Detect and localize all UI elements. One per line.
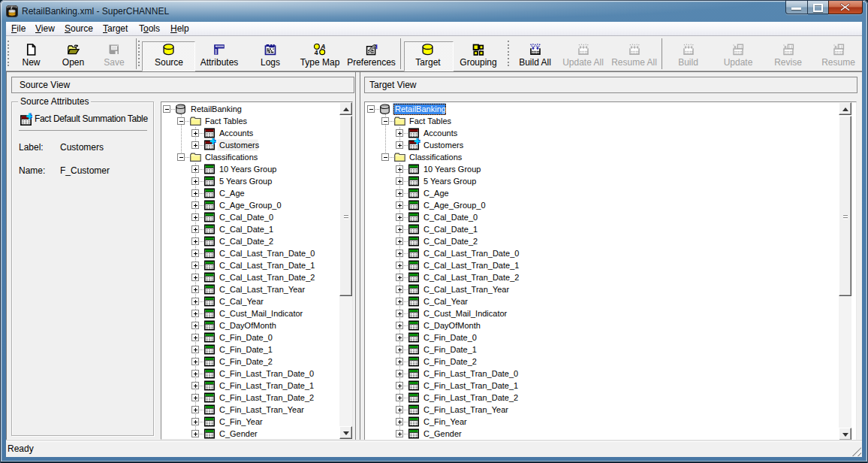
svg-text:Customers: Customers (423, 141, 464, 150)
svg-text:C_Cal_Date_0: C_Cal_Date_0 (423, 213, 478, 222)
svg-text:Accounts: Accounts (423, 129, 458, 138)
svg-text:C_Cal_Last_Tran_Date_0: C_Cal_Last_Tran_Date_0 (423, 249, 519, 258)
svg-text:C_Cal_Last_Tran_Date_1: C_Cal_Last_Tran_Date_1 (423, 261, 519, 270)
svg-text:C_Age_Group_0: C_Age_Group_0 (219, 201, 282, 210)
svg-text:Classifications: Classifications (205, 153, 258, 162)
svg-text:10 Years Group: 10 Years Group (423, 165, 481, 174)
svg-text:C_Fin_Last_Tran_Date_1: C_Fin_Last_Tran_Date_1 (423, 381, 518, 390)
svg-text:C_Cal_Date_2: C_Cal_Date_2 (219, 237, 273, 246)
svg-text:C_Age: C_Age (423, 189, 449, 198)
svg-text:C_Cal_Last_Tran_Date_2: C_Cal_Last_Tran_Date_2 (219, 273, 315, 282)
svg-text:C_Cust_Mail_Indicator: C_Cust_Mail_Indicator (423, 309, 508, 318)
svg-text:C_Fin_Last_Tran_Date_1: C_Fin_Last_Tran_Date_1 (219, 381, 314, 390)
svg-text:C_Fin_Last_Tran_Year: C_Fin_Last_Tran_Year (423, 405, 508, 414)
svg-text:C_Fin_Date_0: C_Fin_Date_0 (423, 333, 477, 342)
svg-text:RetailBanking: RetailBanking (395, 104, 446, 113)
svg-text:C_Cal_Last_Tran_Date_0: C_Cal_Last_Tran_Date_0 (219, 249, 315, 258)
svg-text:Fact Tables: Fact Tables (409, 117, 452, 126)
svg-text:C_Fin_Date_2: C_Fin_Date_2 (423, 357, 477, 366)
svg-text:C_Cal_Last_Tran_Year: C_Cal_Last_Tran_Year (219, 285, 305, 294)
svg-text:C_Fin_Last_Tran_Date_0: C_Fin_Last_Tran_Date_0 (219, 369, 314, 378)
svg-text:C_Cal_Last_Tran_Date_2: C_Cal_Last_Tran_Date_2 (423, 273, 519, 282)
svg-text:C_Gender: C_Gender (423, 429, 462, 438)
svg-text:C_Gender: C_Gender (219, 429, 258, 438)
svg-text:C_Fin_Date_2: C_Fin_Date_2 (219, 357, 273, 366)
svg-text:C_Age: C_Age (219, 189, 245, 198)
svg-text:C_Fin_Last_Tran_Date_0: C_Fin_Last_Tran_Date_0 (423, 369, 518, 378)
svg-text:C_Cal_Date_0: C_Cal_Date_0 (219, 213, 273, 222)
svg-text:C_Age_Group_0: C_Age_Group_0 (423, 201, 486, 210)
svg-text:C_Cal_Year: C_Cal_Year (219, 297, 264, 306)
svg-text:C_Cal_Last_Tran_Year: C_Cal_Last_Tran_Year (423, 285, 509, 294)
svg-text:C_Fin_Date_1: C_Fin_Date_1 (219, 345, 273, 354)
svg-text:C_Cal_Date_1: C_Cal_Date_1 (219, 225, 273, 234)
svg-text:C_Cal_Last_Tran_Date_1: C_Cal_Last_Tran_Date_1 (219, 261, 315, 270)
svg-text:C_Cal_Date_2: C_Cal_Date_2 (423, 237, 478, 246)
svg-text:C_Cal_Date_1: C_Cal_Date_1 (423, 225, 478, 234)
svg-text:C_Fin_Year: C_Fin_Year (423, 417, 467, 426)
svg-text:Classifications: Classifications (409, 153, 463, 162)
svg-text:C_Fin_Year: C_Fin_Year (219, 417, 263, 426)
svg-text:C_Fin_Date_1: C_Fin_Date_1 (423, 345, 477, 354)
svg-text:10 Years Group: 10 Years Group (219, 165, 276, 174)
svg-text:5 Years Group: 5 Years Group (219, 177, 272, 186)
svg-text:C_Fin_Last_Tran_Date_2: C_Fin_Last_Tran_Date_2 (219, 393, 314, 402)
svg-text:Accounts: Accounts (219, 129, 254, 138)
svg-text:5 Years Group: 5 Years Group (423, 177, 476, 186)
svg-text:C_Fin_Date_0: C_Fin_Date_0 (219, 333, 273, 342)
svg-text:RetailBanking: RetailBanking (191, 104, 242, 113)
svg-text:C_Cust_Mail_Indicator: C_Cust_Mail_Indicator (219, 309, 303, 318)
svg-text:C_DayOfMonth: C_DayOfMonth (423, 321, 481, 330)
svg-text:C_Cal_Year: C_Cal_Year (423, 297, 468, 306)
svg-text:Fact Tables: Fact Tables (205, 117, 248, 126)
svg-text:C_DayOfMonth: C_DayOfMonth (219, 321, 276, 330)
svg-text:C_Fin_Last_Tran_Year: C_Fin_Last_Tran_Year (219, 405, 304, 414)
svg-text:C_Fin_Last_Tran_Date_2: C_Fin_Last_Tran_Date_2 (423, 393, 518, 402)
svg-text:Customers: Customers (219, 141, 260, 150)
